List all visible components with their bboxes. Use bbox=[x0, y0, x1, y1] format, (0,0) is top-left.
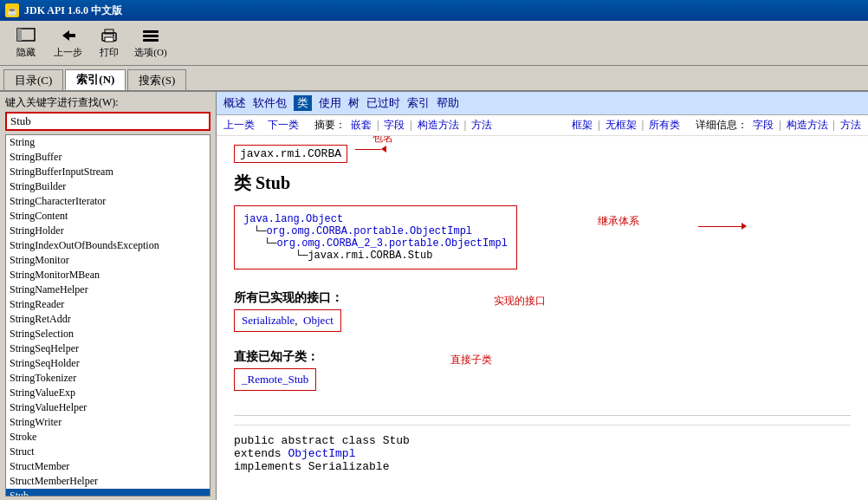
inheritance-annotation-label: 继承体系 bbox=[598, 214, 639, 229]
options-button[interactable]: 选项(O) bbox=[132, 24, 170, 62]
interfaces-box: Serializable, Object bbox=[234, 309, 341, 332]
list-item-stub[interactable]: Stub bbox=[6, 489, 210, 497]
list-item[interactable]: StringRetAddr bbox=[6, 312, 210, 327]
list-item[interactable]: StringReader bbox=[6, 297, 210, 312]
hide-icon bbox=[16, 27, 36, 44]
app-title: JDK API 1.6.0 中文版 bbox=[24, 3, 122, 18]
list-item[interactable]: StringSelection bbox=[6, 327, 210, 341]
extends-link[interactable]: ObjectImpl bbox=[288, 447, 355, 460]
list-item[interactable]: StringValueExp bbox=[6, 386, 210, 400]
svg-marker-2 bbox=[62, 30, 69, 41]
inheritance-level2: └─ org.omg.CORBA_2_3.portable.ObjectImpl bbox=[264, 237, 508, 250]
list-item[interactable]: Stroke bbox=[6, 430, 210, 445]
tab-search[interactable]: 搜索(S) bbox=[127, 69, 186, 90]
nav-deprecated[interactable]: 已过时 bbox=[366, 95, 400, 111]
svg-rect-3 bbox=[69, 34, 75, 37]
back-label: 上一步 bbox=[54, 46, 82, 59]
list-item[interactable]: StringSeqHolder bbox=[6, 356, 210, 371]
all-classes-link[interactable]: 所有类 bbox=[649, 118, 680, 133]
interfaces-label: 所有已实现的接口： bbox=[234, 290, 343, 306]
inheritance-box: java.lang.Object └─ org.omg.CORBA.portab… bbox=[234, 205, 517, 269]
print-icon bbox=[99, 27, 120, 44]
svg-point-7 bbox=[113, 35, 114, 36]
main-container: 键入关键字进行查找(W): String StringBuffer String… bbox=[0, 92, 868, 500]
list-item[interactable]: StringBufferInputStream bbox=[6, 165, 210, 179]
class-list[interactable]: String StringBuffer StringBufferInputStr… bbox=[5, 134, 211, 497]
summary-method[interactable]: 方法 bbox=[471, 118, 492, 133]
nav-use[interactable]: 使用 bbox=[319, 95, 341, 111]
detail-method[interactable]: 方法 bbox=[840, 118, 861, 133]
search-input[interactable] bbox=[5, 112, 211, 131]
nav-tree[interactable]: 树 bbox=[348, 95, 360, 111]
right-panel: 概述 软件包 类 使用 树 已过时 索引 帮助 上一类 下一类 摘要： 嵌套 |… bbox=[217, 92, 868, 500]
inheritance-level1: └─ org.omg.CORBA.portable.ObjectImpl bbox=[254, 225, 508, 237]
detail-field[interactable]: 字段 bbox=[753, 118, 774, 133]
inheritance-current: └─ javax.rmi.CORBA.Stub bbox=[295, 250, 508, 262]
print-button[interactable]: 打印 bbox=[90, 24, 128, 62]
list-item[interactable]: StringIndexOutOfBoundsException bbox=[6, 238, 210, 253]
list-item[interactable]: StringBuilder bbox=[6, 179, 210, 194]
back-icon bbox=[57, 27, 78, 44]
list-item[interactable]: StructMemberHelper bbox=[6, 474, 210, 489]
list-item[interactable]: StringMonitorMBean bbox=[6, 268, 210, 282]
summary-constructor[interactable]: 构造方法 bbox=[418, 118, 459, 133]
nav-package[interactable]: 软件包 bbox=[253, 95, 287, 111]
list-item[interactable]: StringWriter bbox=[6, 415, 210, 430]
code-line-3: implements Serializable bbox=[234, 460, 851, 473]
class-title: 类 Stub bbox=[234, 172, 851, 195]
tab-bar: 目录(C) 索引(N) 搜索(S) bbox=[0, 66, 868, 92]
options-icon bbox=[140, 27, 161, 44]
serializable-link[interactable]: Serializable bbox=[242, 314, 295, 327]
list-item[interactable]: Struct bbox=[6, 445, 210, 459]
summary-field[interactable]: 字段 bbox=[384, 118, 405, 133]
list-item[interactable]: StringNameHelper bbox=[6, 282, 210, 297]
tab-contents[interactable]: 目录(C) bbox=[3, 69, 63, 90]
interface-annotation-label: 实现的接口 bbox=[494, 294, 546, 308]
objectimpl-link[interactable]: org.omg.CORBA.portable.ObjectImpl bbox=[266, 225, 472, 237]
frame-link[interactable]: 框架 bbox=[572, 118, 593, 133]
list-item[interactable]: StringContent bbox=[6, 209, 210, 224]
summary-label: 摘要： bbox=[314, 118, 346, 133]
svg-rect-8 bbox=[143, 30, 159, 33]
code-line-1: public abstract class Stub bbox=[234, 434, 851, 447]
list-item[interactable]: StructMember bbox=[6, 459, 210, 474]
object-interface-link[interactable]: Object bbox=[303, 314, 334, 327]
detail-constructor[interactable]: 构造方法 bbox=[787, 118, 828, 133]
back-button[interactable]: 上一步 bbox=[49, 24, 87, 62]
content-wrapper: javax.rmi.CORBA 包名 类 Stub bbox=[234, 145, 851, 473]
toolbar: 隐藏 上一步 打印 选项(O) bbox=[0, 21, 868, 66]
package-name: javax.rmi.CORBA bbox=[234, 145, 347, 163]
sub-nav: 上一类 下一类 摘要： 嵌套 | 字段 | 构造方法 | 方法 框架 | 无框架… bbox=[217, 115, 868, 136]
list-item[interactable]: StringTokenizer bbox=[6, 371, 210, 386]
nav-index[interactable]: 索引 bbox=[407, 95, 430, 111]
inheritance-root: java.lang.Object bbox=[243, 213, 508, 225]
nav-class[interactable]: 类 bbox=[294, 95, 312, 111]
object-link[interactable]: java.lang.Object bbox=[243, 213, 343, 225]
hide-label: 隐藏 bbox=[16, 46, 36, 59]
code-line-2: extends ObjectImpl bbox=[234, 447, 851, 460]
app-icon: ☕ bbox=[5, 3, 19, 17]
nav-help[interactable]: 帮助 bbox=[437, 95, 459, 111]
list-item[interactable]: StringBuffer bbox=[6, 150, 210, 165]
sub-nav-left: 上一类 下一类 摘要： 嵌套 | 字段 | 构造方法 | 方法 bbox=[223, 118, 492, 133]
list-item[interactable]: String bbox=[6, 135, 210, 150]
next-class-link[interactable]: 下一类 bbox=[268, 118, 299, 133]
list-item[interactable]: StringCharacterIterator bbox=[6, 194, 210, 209]
list-item[interactable]: StringMonitor bbox=[6, 253, 210, 268]
tab-index[interactable]: 索引(N) bbox=[65, 69, 126, 90]
subclass-annotation-label: 直接子类 bbox=[450, 354, 492, 366]
list-item[interactable]: StringValueHelper bbox=[6, 400, 210, 415]
hide-button[interactable]: 隐藏 bbox=[7, 24, 45, 62]
list-item[interactable]: StringHolder bbox=[6, 224, 210, 238]
list-item[interactable]: StringSeqHelper bbox=[6, 341, 210, 356]
nav-overview[interactable]: 概述 bbox=[223, 95, 246, 111]
nav-bar: 概述 软件包 类 使用 树 已过时 索引 帮助 bbox=[217, 92, 868, 115]
prev-class-link[interactable]: 上一类 bbox=[223, 118, 255, 133]
svg-rect-9 bbox=[143, 35, 159, 37]
code-section: public abstract class Stub extends Objec… bbox=[234, 425, 851, 473]
remote-stub-link[interactable]: _Remote_Stub bbox=[242, 373, 308, 386]
objectimpl2-link[interactable]: org.omg.CORBA_2_3.portable.ObjectImpl bbox=[276, 237, 507, 250]
no-frame-link[interactable]: 无框架 bbox=[606, 118, 637, 133]
summary-nested[interactable]: 嵌套 bbox=[351, 118, 372, 133]
current-class: javax.rmi.CORBA.Stub bbox=[308, 250, 432, 262]
